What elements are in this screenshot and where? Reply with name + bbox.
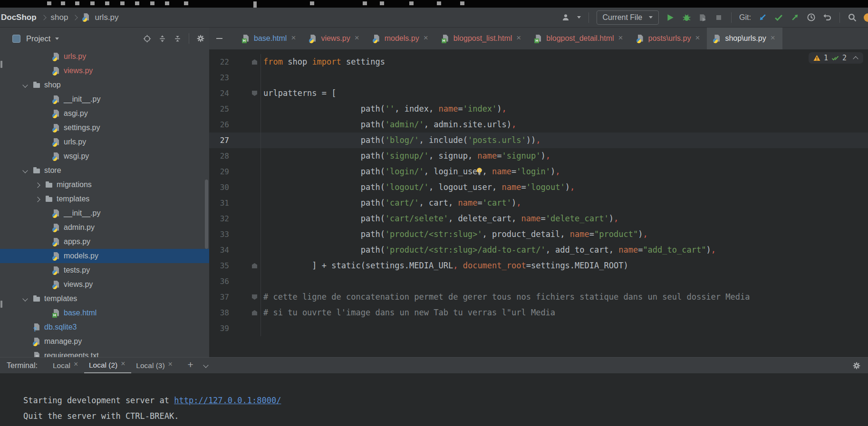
profile-avatar[interactable] bbox=[864, 13, 868, 22]
fold-marker[interactable] bbox=[250, 289, 260, 305]
user-icon[interactable] bbox=[561, 13, 570, 22]
line-number[interactable]: 39 bbox=[212, 321, 229, 336]
collapse-all-icon[interactable] bbox=[173, 34, 182, 43]
terminal-tab[interactable]: Local (3) bbox=[131, 358, 178, 373]
tree-chevron-icon[interactable] bbox=[21, 324, 29, 331]
fold-marker[interactable] bbox=[250, 321, 260, 336]
close-tab-icon[interactable] bbox=[516, 36, 522, 42]
chevron-down-icon[interactable] bbox=[55, 38, 59, 40]
project-scrollbar[interactable] bbox=[205, 180, 208, 249]
tree-chevron-icon[interactable] bbox=[21, 167, 29, 174]
tool-stripe-mark[interactable] bbox=[0, 301, 2, 308]
close-tab-icon[interactable] bbox=[168, 363, 174, 369]
breadcrumb-project[interactable]: DocShop bbox=[1, 13, 37, 22]
tree-chevron-icon[interactable] bbox=[21, 82, 29, 88]
line-number[interactable]: 27 bbox=[212, 133, 229, 148]
code-editor[interactable]: 22 from shop import settings 23 24 urlpa… bbox=[209, 49, 868, 357]
tree-item[interactable]: migrations bbox=[0, 178, 209, 192]
tree-chevron-icon[interactable] bbox=[33, 196, 42, 202]
line-number[interactable]: 23 bbox=[212, 70, 229, 85]
line-number[interactable]: 37 bbox=[212, 289, 229, 305]
tree-chevron-icon[interactable] bbox=[21, 338, 29, 345]
close-tab-icon[interactable] bbox=[770, 36, 776, 42]
tree-chevron-icon[interactable] bbox=[21, 295, 29, 302]
tree-item[interactable]: manage.py bbox=[0, 334, 209, 349]
close-tab-icon[interactable] bbox=[694, 36, 701, 42]
fold-marker[interactable] bbox=[250, 195, 260, 211]
editor-tab[interactable]: models.py bbox=[366, 28, 435, 49]
stop-button[interactable] bbox=[714, 13, 723, 22]
git-commit-icon[interactable] bbox=[774, 13, 783, 22]
line-number[interactable]: 32 bbox=[212, 211, 229, 227]
run-with-coverage-button[interactable] bbox=[698, 13, 707, 22]
locate-file-icon[interactable] bbox=[142, 34, 152, 43]
fold-marker[interactable] bbox=[250, 133, 260, 148]
fold-marker[interactable] bbox=[250, 164, 260, 180]
close-tab-icon[interactable] bbox=[74, 363, 79, 369]
breadcrumb-file[interactable]: urls.py bbox=[95, 13, 118, 22]
line-number[interactable]: 22 bbox=[212, 54, 229, 70]
debug-button[interactable] bbox=[682, 13, 691, 22]
tree-item[interactable]: store bbox=[0, 163, 209, 178]
fold-marker[interactable] bbox=[250, 70, 260, 85]
run-config-selector[interactable]: Current File bbox=[597, 10, 659, 25]
line-number[interactable]: 34 bbox=[212, 242, 229, 258]
tree-item[interactable]: wsgi.py bbox=[0, 149, 209, 163]
line-number[interactable]: 30 bbox=[212, 180, 229, 195]
terminal-tab[interactable]: Local bbox=[48, 358, 84, 373]
editor-tab[interactable]: blogpost_detail.html bbox=[528, 28, 630, 49]
editor-tab[interactable]: shop\urls.py bbox=[707, 28, 782, 49]
line-number[interactable]: 25 bbox=[212, 101, 229, 117]
line-number[interactable]: 28 bbox=[212, 148, 229, 164]
editor-tab[interactable]: posts\urls.py bbox=[630, 28, 707, 49]
tree-item[interactable]: __init__.py bbox=[0, 206, 209, 220]
fold-marker[interactable] bbox=[250, 274, 260, 289]
terminal-panel[interactable]: Starting development server at http://12… bbox=[0, 373, 868, 426]
chevron-down-icon[interactable] bbox=[203, 363, 209, 369]
fold-marker[interactable] bbox=[250, 148, 260, 164]
search-everywhere-icon[interactable] bbox=[848, 13, 857, 22]
editor-tab[interactable]: views.py bbox=[303, 28, 366, 49]
tree-item[interactable]: templates bbox=[0, 292, 209, 306]
tree-item[interactable]: templates bbox=[0, 192, 209, 206]
tree-item[interactable]: views.py bbox=[0, 277, 209, 292]
tree-item[interactable]: admin.py bbox=[0, 220, 209, 235]
tree-item[interactable]: base.html bbox=[0, 306, 209, 320]
fold-marker[interactable] bbox=[250, 211, 260, 227]
tree-item[interactable]: urls.py bbox=[0, 135, 209, 149]
line-number[interactable]: 31 bbox=[212, 195, 229, 211]
fold-marker[interactable] bbox=[250, 101, 260, 117]
close-tab-icon[interactable] bbox=[354, 36, 360, 42]
line-number[interactable]: 33 bbox=[212, 227, 229, 242]
new-terminal-icon[interactable] bbox=[187, 362, 195, 369]
tree-item[interactable]: apps.py bbox=[0, 235, 209, 249]
rollback-icon[interactable] bbox=[822, 13, 832, 22]
gear-icon[interactable] bbox=[196, 34, 205, 43]
history-icon[interactable] bbox=[806, 13, 816, 22]
fold-marker[interactable] bbox=[250, 227, 260, 242]
close-tab-icon[interactable] bbox=[423, 36, 429, 42]
fold-marker[interactable] bbox=[250, 258, 260, 274]
fold-marker[interactable] bbox=[250, 117, 260, 133]
terminal-link[interactable]: http://127.0.0.1:8000/ bbox=[174, 396, 281, 405]
tree-item[interactable]: __init__.py bbox=[0, 92, 209, 106]
line-number[interactable]: 24 bbox=[212, 85, 229, 101]
line-number[interactable]: 26 bbox=[212, 117, 229, 133]
tree-item[interactable]: tests.py bbox=[0, 263, 209, 277]
fold-marker[interactable] bbox=[250, 180, 260, 195]
project-panel-title[interactable]: Project bbox=[26, 34, 50, 43]
terminal-tab[interactable]: Local (2) bbox=[84, 358, 131, 373]
expand-all-icon[interactable] bbox=[157, 34, 167, 43]
fold-marker[interactable] bbox=[250, 85, 260, 101]
line-number[interactable]: 35 bbox=[212, 258, 229, 274]
fold-marker[interactable] bbox=[250, 54, 260, 70]
inspections-widget[interactable]: 1 2 bbox=[809, 52, 863, 64]
line-number[interactable]: 29 bbox=[212, 164, 229, 180]
intention-bulb-icon[interactable] bbox=[475, 135, 484, 145]
fold-marker[interactable] bbox=[250, 242, 260, 258]
tree-item[interactable]: urls.py bbox=[0, 49, 209, 64]
tree-item[interactable]: requirements.txt bbox=[0, 349, 209, 357]
tree-chevron-icon[interactable] bbox=[21, 352, 29, 357]
tree-chevron-icon[interactable] bbox=[33, 181, 42, 188]
breadcrumb-folder[interactable]: shop bbox=[51, 13, 68, 22]
